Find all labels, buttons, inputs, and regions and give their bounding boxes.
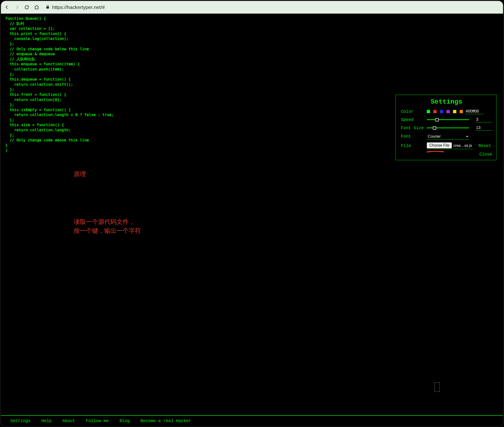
chosen-file-name: crea…ss.js [452, 143, 473, 148]
home-button[interactable] [34, 4, 39, 10]
settings-row-fontsize: Font Size [401, 125, 492, 130]
font-select[interactable]: Courier [427, 133, 469, 139]
settings-row-color: Color [401, 109, 492, 114]
footer-nav: Settings Help About Follow me Blog Becom… [1, 415, 503, 426]
speed-input[interactable] [476, 117, 492, 122]
label-speed: Speed [401, 117, 424, 122]
footer-help[interactable]: Help [41, 419, 51, 423]
footer-settings[interactable]: Settings [10, 419, 31, 423]
settings-panel: Settings Color Speed Font Size [396, 95, 496, 160]
choose-file-button[interactable]: Choose File [427, 142, 452, 148]
settings-row-file: File Choose File crea…ss.js Reset [401, 142, 492, 149]
url-text[interactable]: https://hackertyper.net/# [52, 4, 105, 10]
settings-title: Settings [401, 98, 492, 106]
annotation-overlay: 原理 读取一个源代码文件， 按一个键，输出一个字符 [74, 152, 141, 253]
swatch-blue[interactable] [440, 110, 443, 113]
label-fontsize: Font Size [401, 126, 424, 130]
footer-about[interactable]: About [62, 419, 75, 423]
swatch-purple[interactable] [446, 110, 450, 113]
annotation-body: 读取一个源代码文件， 按一个键，输出一个字符 [74, 217, 141, 235]
settings-row-speed: Speed [401, 117, 492, 122]
swatch-orange[interactable] [460, 110, 463, 113]
annotation-title: 原理 [74, 170, 141, 179]
speed-slider[interactable] [427, 119, 469, 120]
fontsize-input[interactable] [476, 125, 492, 130]
swatch-red[interactable] [433, 110, 437, 113]
footer-blog[interactable]: Blog [120, 419, 130, 423]
text-cursor-icon [435, 382, 440, 392]
close-link[interactable]: Close [479, 152, 492, 157]
reload-button[interactable] [24, 4, 30, 10]
forward-button[interactable] [14, 4, 20, 10]
label-color: Color [401, 109, 424, 114]
settings-row-font: Font Courier [401, 133, 492, 139]
browser-toolbar: https://hackertyper.net/# [1, 1, 503, 14]
label-font: Font [401, 134, 424, 139]
back-button[interactable] [4, 4, 10, 10]
annotation-underline-icon [427, 149, 444, 150]
color-swatches [427, 110, 463, 113]
reset-link[interactable]: Reset [479, 144, 491, 148]
label-file: File [401, 144, 424, 148]
color-input[interactable] [465, 109, 484, 114]
fontsize-slider[interactable] [427, 128, 469, 128]
swatch-green[interactable] [427, 110, 430, 113]
page-viewport: function Queue() { // 队列 var collection … [1, 14, 503, 415]
lock-icon [46, 4, 50, 10]
footer-follow[interactable]: Follow me [86, 419, 109, 423]
footer-become[interactable]: Become a real Hacker [140, 419, 191, 423]
swatch-yellow[interactable] [453, 110, 456, 113]
